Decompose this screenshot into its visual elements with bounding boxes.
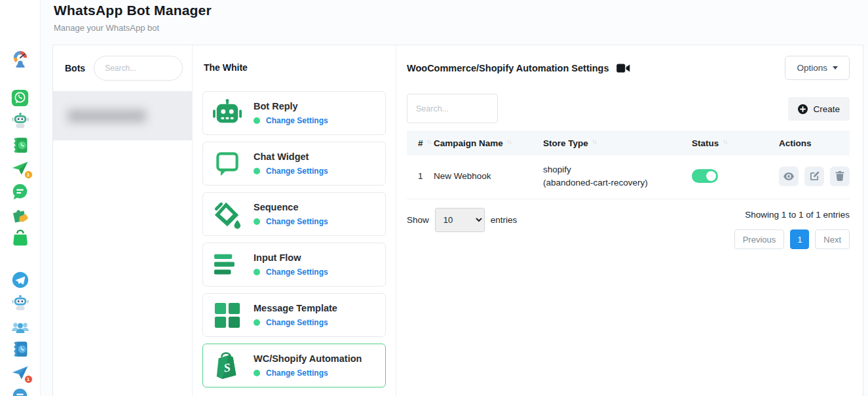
chat-bubble-icon xyxy=(212,149,242,179)
eye-icon xyxy=(783,172,794,180)
edit-pencil-icon xyxy=(810,171,820,181)
table-row: 1 New Webhook shopify (abandoned-cart-re… xyxy=(407,155,850,199)
shopify-bag-icon: S xyxy=(212,351,242,381)
column-header-store-type[interactable]: Store Type↑↓ xyxy=(543,138,692,148)
show-label: Show xyxy=(407,215,429,225)
video-camera-icon[interactable] xyxy=(616,64,630,73)
change-settings-link[interactable]: Change Settings xyxy=(266,267,328,277)
whatsapp-chat-icon[interactable] xyxy=(10,182,31,201)
grid-icon xyxy=(212,300,242,330)
automation-settings-panel: WooCommerce/Shopify Automation Settings … xyxy=(396,45,863,396)
row-number: 1 xyxy=(407,171,434,181)
module-title: Input Flow xyxy=(254,252,328,263)
view-button[interactable] xyxy=(779,167,799,186)
whatsapp-campaign-icon[interactable]: 1 xyxy=(10,159,31,178)
bots-panel: Bots xyxy=(53,45,193,396)
module-title: Message Template xyxy=(254,303,337,313)
telegram-groups-icon[interactable] xyxy=(10,317,31,337)
edit-button[interactable] xyxy=(804,167,824,186)
plus-circle-icon xyxy=(798,104,808,114)
section-title: WooCommerce/Shopify Automation Settings xyxy=(407,63,609,73)
module-card-message-template[interactable]: Message Template Change Settings xyxy=(202,293,386,337)
page-header: WhatsApp Bot Manager Manage your WhatsAp… xyxy=(54,3,212,33)
options-button[interactable]: Options xyxy=(785,56,850,80)
next-page-button[interactable]: Next xyxy=(815,229,850,249)
toggle-knob xyxy=(706,171,716,181)
telegram-campaign-badge: 1 xyxy=(24,375,33,384)
dashboard-icon[interactable] xyxy=(10,49,31,68)
page-title: WhatsApp Bot Manager xyxy=(54,3,212,18)
bots-panel-header: Bots xyxy=(53,45,192,91)
entries-label: entries xyxy=(491,215,518,225)
column-header-campaign-name[interactable]: Campaign Name↑↓ xyxy=(434,138,543,148)
store-type-cell: shopify (abandoned-cart-recovery) xyxy=(543,163,692,189)
content-card: Bots The White xyxy=(52,45,863,396)
bot-name-title: The White xyxy=(204,62,386,73)
paint-bucket-icon xyxy=(212,199,242,229)
telegram-contacts-icon[interactable] xyxy=(10,339,31,359)
module-title: WC/Shopify Automation xyxy=(254,353,362,364)
telegram-icon[interactable] xyxy=(10,270,31,290)
pagination: Previous 1 Next xyxy=(734,229,850,249)
sort-icon[interactable]: ↑↓ xyxy=(723,138,727,145)
change-settings-link[interactable]: Change Settings xyxy=(266,167,328,176)
page-1-button[interactable]: 1 xyxy=(790,229,809,249)
telegram-bot-icon[interactable] xyxy=(10,293,31,313)
column-header-num[interactable]: #↑↓ xyxy=(407,138,434,148)
showing-entries-text: Showing 1 to 1 of 1 entries xyxy=(745,210,850,220)
whatsapp-icon[interactable] xyxy=(10,88,31,108)
telegram-campaign-icon[interactable]: 1 xyxy=(10,363,31,383)
module-card-wc-shopify-automation[interactable]: S WC/Shopify Automation Change Settings xyxy=(202,344,386,387)
create-button[interactable]: Create xyxy=(788,97,850,121)
bot-name-redacted xyxy=(67,109,146,123)
page-size-select[interactable]: 10 xyxy=(435,208,485,232)
module-card-sequence[interactable]: Sequence Change Settings xyxy=(202,192,386,236)
change-settings-link[interactable]: Change Settings xyxy=(266,368,328,378)
sort-icon[interactable]: ↑↓ xyxy=(592,138,597,145)
change-settings-link[interactable]: Change Settings xyxy=(266,318,328,327)
module-title: Sequence xyxy=(254,202,328,212)
status-dot-icon xyxy=(254,269,260,275)
chevron-down-icon xyxy=(833,66,838,69)
telegram-chat-icon[interactable] xyxy=(10,386,31,396)
module-card-input-flow[interactable]: Input Flow Change Settings xyxy=(202,243,386,287)
sort-icon[interactable]: ↑↓ xyxy=(507,138,512,145)
page-subtitle: Manage your WhatsApp bot xyxy=(54,23,212,33)
status-dot-icon xyxy=(254,117,260,124)
module-title: Chat Widget xyxy=(254,151,328,162)
change-settings-link[interactable]: Change Settings xyxy=(266,217,328,226)
whatsapp-bot-icon[interactable] xyxy=(10,111,31,130)
column-header-status[interactable]: Status↑↓ xyxy=(692,138,779,148)
status-dot-icon xyxy=(254,370,260,376)
robot-icon xyxy=(212,98,242,129)
whatsapp-campaign-badge: 1 xyxy=(24,170,33,179)
bars-icon xyxy=(212,250,242,280)
sort-icon[interactable]: ↑↓ xyxy=(427,138,432,145)
bots-label: Bots xyxy=(65,63,85,73)
module-card-bot-reply[interactable]: Bot Reply Change Settings xyxy=(202,91,386,135)
module-title: Bot Reply xyxy=(254,101,328,111)
status-toggle[interactable] xyxy=(692,169,718,183)
change-settings-link[interactable]: Change Settings xyxy=(266,116,328,125)
column-header-actions: Actions xyxy=(779,138,850,148)
trash-icon xyxy=(835,171,844,181)
table-header-row: #↑↓ Campaign Name↑↓ Store Type↑↓ Status↑… xyxy=(407,130,850,155)
status-dot-icon xyxy=(254,319,260,326)
whatsapp-contacts-icon[interactable] xyxy=(10,135,31,155)
status-dot-icon xyxy=(254,168,260,174)
whatsapp-bot-manager-page: 1 xyxy=(0,0,868,396)
previous-page-button[interactable]: Previous xyxy=(734,229,785,249)
delete-button[interactable] xyxy=(830,167,850,186)
bots-search-input[interactable] xyxy=(94,56,183,81)
status-dot-icon xyxy=(254,218,260,225)
table-search-input[interactable] xyxy=(407,94,498,123)
module-card-chat-widget[interactable]: Chat Widget Change Settings xyxy=(202,142,386,186)
automation-table: #↑↓ Campaign Name↑↓ Store Type↑↓ Status↑… xyxy=(407,130,850,199)
app-icon-sidebar: 1 xyxy=(0,0,41,396)
bot-list-item-selected[interactable] xyxy=(53,91,192,140)
modules-panel: The White Bot Reply xyxy=(193,45,396,396)
campaign-name-cell: New Webhook xyxy=(434,171,543,181)
whatsapp-shop-icon[interactable] xyxy=(10,228,31,247)
whatsapp-integration-icon[interactable] xyxy=(10,204,31,224)
